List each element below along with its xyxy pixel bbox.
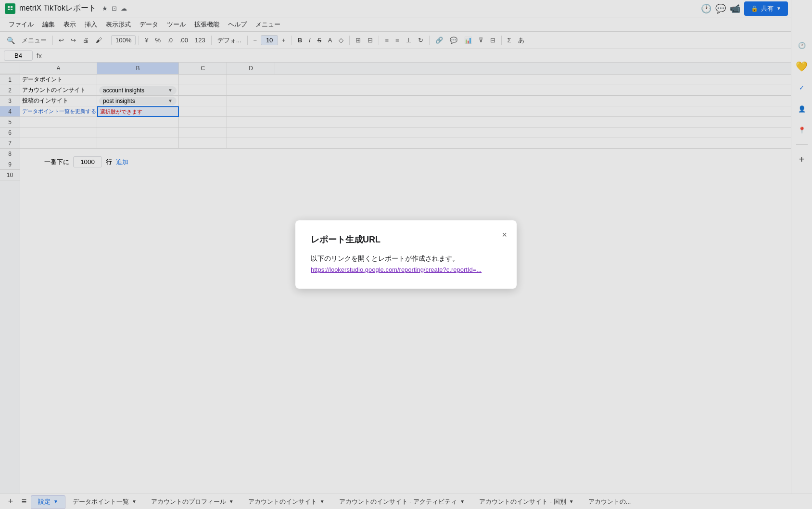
modal-body: 以下のリンクを開くとレポートが作成されます。 https://lookerstu…	[311, 253, 501, 275]
modal-title: レポート生成URL	[311, 234, 501, 245]
modal-description: 以下のリンクを開くとレポートが作成されます。	[311, 253, 501, 264]
modal-link[interactable]: https://lookerstudio.google.com/reportin…	[311, 266, 482, 273]
modal-close-button[interactable]: ×	[500, 228, 509, 242]
modal-overlay[interactable]: レポート生成URL × 以下のリンクを開くとレポートが作成されます。 https…	[0, 0, 812, 509]
modal-dialog: レポート生成URL × 以下のリンクを開くとレポートが作成されます。 https…	[295, 220, 517, 288]
